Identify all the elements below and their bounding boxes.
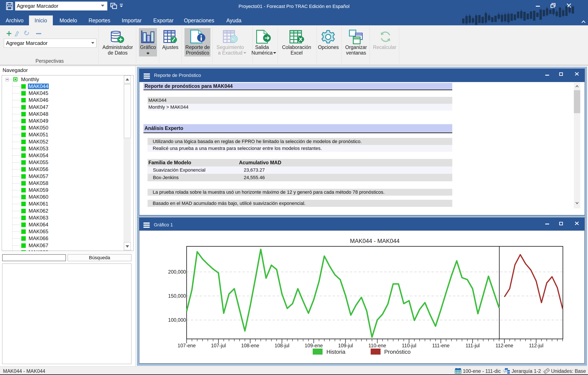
svg-text:107-jul: 107-jul — [211, 343, 226, 348]
svg-text:111-ene: 111-ene — [432, 343, 450, 348]
svg-text:200,000: 200,000 — [168, 269, 186, 275]
svg-text:112-ene: 112-ene — [495, 343, 513, 348]
svg-text:109-jul: 109-jul — [338, 343, 353, 348]
svg-text:MAK044 - MAK044: MAK044 - MAK044 — [350, 238, 399, 244]
svg-text:150,000: 150,000 — [168, 293, 186, 299]
svg-text:107-ene: 107-ene — [178, 343, 196, 348]
svg-text:Historia: Historia — [326, 349, 346, 355]
svg-text:108-ene: 108-ene — [241, 343, 259, 348]
svg-text:112-jul: 112-jul — [529, 343, 543, 348]
svg-text:110-jul: 110-jul — [402, 343, 416, 348]
svg-text:110-ene: 110-ene — [368, 343, 386, 348]
svg-text:108-jul: 108-jul — [274, 343, 289, 348]
svg-text:100,000: 100,000 — [168, 317, 186, 323]
svg-text:109-ene: 109-ene — [305, 343, 323, 348]
svg-text:111-jul: 111-jul — [466, 343, 480, 348]
svg-text:Pronóstico: Pronóstico — [384, 349, 411, 355]
